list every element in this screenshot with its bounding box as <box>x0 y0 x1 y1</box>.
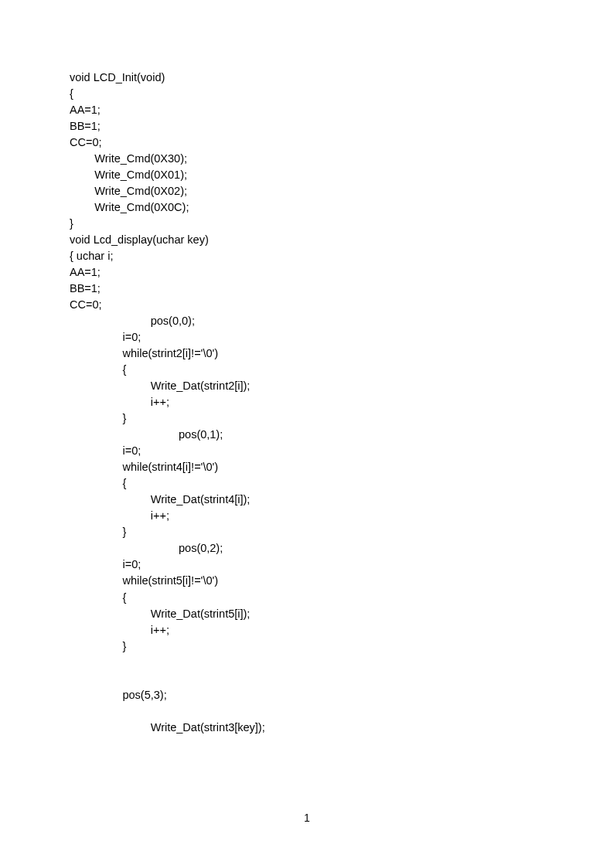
code-line: i=0; <box>70 557 544 573</box>
code-line: Write_Cmd(0X02); <box>70 183 544 199</box>
code-line: CC=0; <box>70 134 544 151</box>
code-line: Write_Cmd(0X0C); <box>70 199 544 216</box>
code-line: } <box>70 524 544 540</box>
code-line: pos(5,3); <box>70 687 544 703</box>
code-line: Write_Dat(strint2[i]); <box>70 378 544 394</box>
document-page: void LCD_Init(void){AA=1;BB=1;CC=0; Writ… <box>0 0 614 736</box>
code-line: CC=0; <box>70 297 544 313</box>
code-line: i++; <box>70 508 544 524</box>
code-line: Write_Cmd(0X30); <box>70 151 544 167</box>
code-line: i++; <box>70 622 544 638</box>
code-line: while(strint2[i]!='\0') <box>70 345 544 362</box>
code-line <box>70 655 544 671</box>
code-line: { uchar i; <box>70 248 544 264</box>
code-line: while(strint5[i]!='\0') <box>70 573 544 589</box>
code-line: Write_Dat(strint5[i]); <box>70 606 544 622</box>
code-line: i++; <box>70 394 544 410</box>
code-line: i=0; <box>70 443 544 459</box>
code-line: { <box>70 590 544 606</box>
code-line: { <box>70 86 544 102</box>
code-line: Write_Dat(strint4[i]); <box>70 492 544 508</box>
code-line: AA=1; <box>70 264 544 281</box>
code-line: } <box>70 216 544 232</box>
code-line: BB=1; <box>70 281 544 297</box>
code-line: Write_Cmd(0X01); <box>70 167 544 183</box>
code-line: void Lcd_display(uchar key) <box>70 232 544 248</box>
code-line: } <box>70 638 544 655</box>
code-line: { <box>70 475 544 492</box>
code-line: } <box>70 410 544 427</box>
code-line: pos(0,2); <box>70 540 544 557</box>
code-line: { <box>70 362 544 378</box>
code-line: BB=1; <box>70 118 544 134</box>
code-line: AA=1; <box>70 102 544 118</box>
code-line <box>70 703 544 720</box>
code-line <box>70 671 544 687</box>
code-line: pos(0,0); <box>70 313 544 329</box>
code-line: while(strint4[i]!='\0') <box>70 459 544 475</box>
code-line: void LCD_Init(void) <box>70 70 544 86</box>
code-line: i=0; <box>70 329 544 345</box>
code-block: void LCD_Init(void){AA=1;BB=1;CC=0; Writ… <box>70 70 544 736</box>
code-line: Write_Dat(strint3[key]); <box>70 720 544 736</box>
page-number: 1 <box>0 810 614 825</box>
code-line: pos(0,1); <box>70 427 544 443</box>
